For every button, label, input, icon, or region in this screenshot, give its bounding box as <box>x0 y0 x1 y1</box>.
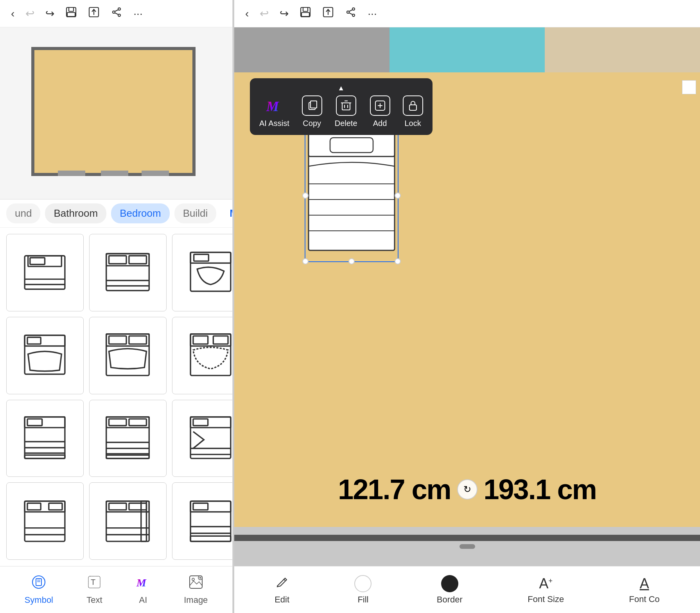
save-button-left[interactable] <box>65 6 77 21</box>
context-delete[interactable]: Delete <box>335 95 357 128</box>
back-button-right[interactable]: ‹ <box>245 7 249 20</box>
prop-font-size[interactable]: A+ Font Size <box>528 575 564 604</box>
svg-text:M: M <box>266 99 280 114</box>
share-button-left[interactable] <box>111 6 122 21</box>
save-button-right[interactable] <box>300 6 311 21</box>
image-label: Image <box>184 595 208 605</box>
height-dimension: 193.1 cm <box>484 473 596 505</box>
category-building[interactable]: Buildi <box>174 203 217 223</box>
ai-assist-label: AI Assist <box>259 119 289 128</box>
svg-rect-23 <box>194 255 209 261</box>
width-dimension: 121.7 cm <box>338 473 451 505</box>
context-arrow: ▲ <box>259 84 423 92</box>
svg-line-170 <box>284 579 285 581</box>
rotate-icon: ↻ <box>463 484 471 495</box>
prop-font-color[interactable]: A Font Co <box>629 575 660 604</box>
lock-label: Lock <box>404 119 421 128</box>
delete-icon <box>336 95 356 116</box>
swatch-cream <box>545 27 700 72</box>
bed-symbol-18[interactable] <box>172 482 233 560</box>
font-size-icon: A+ <box>539 575 553 592</box>
context-add[interactable]: Add <box>370 95 390 128</box>
bed-symbol-6[interactable] <box>6 317 84 394</box>
bed-symbol-1[interactable] <box>6 234 84 311</box>
canvas-left[interactable] <box>0 27 232 200</box>
prop-border[interactable]: Border <box>437 575 463 605</box>
context-copy[interactable]: Copy <box>302 95 322 128</box>
add-label: Add <box>373 119 387 128</box>
toolbar-ai[interactable]: M AI <box>129 572 157 608</box>
handle-bl[interactable] <box>302 258 309 264</box>
bed-symbol-12[interactable] <box>89 400 167 477</box>
context-lock[interactable]: Lock <box>403 95 423 128</box>
bed-symbol-8[interactable] <box>172 317 233 394</box>
room-floor <box>234 72 700 527</box>
prop-fill[interactable]: Fill <box>354 575 372 605</box>
ai-assist-icon: M <box>264 95 284 116</box>
bed-symbol-16[interactable] <box>6 482 84 560</box>
border-label: Border <box>437 595 463 605</box>
bed-symbol-3[interactable] <box>172 234 233 311</box>
svg-rect-40 <box>27 337 41 344</box>
text-label: Text <box>86 595 102 605</box>
export-button-right[interactable] <box>322 6 334 21</box>
toolbar-image[interactable]: Image <box>178 572 214 608</box>
bed-symbol-13[interactable] <box>172 400 233 477</box>
handle-br[interactable] <box>395 258 401 264</box>
category-bathroom[interactable]: Bathroom <box>45 203 106 223</box>
bed-symbol-7[interactable] <box>89 317 167 394</box>
rotate-button[interactable]: ↻ <box>457 479 477 500</box>
font-color-icon: A <box>640 575 649 592</box>
redo-button-right[interactable]: ↪ <box>280 7 289 20</box>
svg-rect-77 <box>193 419 208 426</box>
svg-rect-48 <box>213 336 228 344</box>
category-bar: und Bathroom Bedroom Buildi More <box>0 200 232 228</box>
svg-rect-97 <box>27 503 41 510</box>
category-more[interactable]: More <box>221 203 232 223</box>
context-ai-assist[interactable]: M AI Assist <box>259 95 289 128</box>
edit-icon <box>275 575 289 592</box>
category-ground[interactable]: und <box>6 203 40 223</box>
prop-edit[interactable]: Edit <box>275 575 289 605</box>
back-button[interactable]: ‹ <box>11 7 14 20</box>
symbol-label: Symbol <box>25 595 53 605</box>
room-door-area <box>234 527 700 566</box>
svg-rect-152 <box>311 101 317 108</box>
export-button-left[interactable] <box>88 6 100 21</box>
handle-mr[interactable] <box>395 192 401 199</box>
svg-line-148 <box>349 10 352 11</box>
redo-button-left[interactable]: ↪ <box>45 7 54 20</box>
canvas-right[interactable]: ▲ M <box>234 27 700 566</box>
more-button-right[interactable]: ··· <box>368 7 377 20</box>
svg-rect-129 <box>36 579 41 586</box>
svg-rect-154 <box>342 103 350 110</box>
delete-label: Delete <box>335 119 357 128</box>
category-bedroom[interactable]: Bedroom <box>111 203 170 223</box>
svg-rect-104 <box>129 503 147 510</box>
svg-rect-108 <box>190 501 231 541</box>
bed-symbol-11[interactable] <box>6 400 84 477</box>
undo-button-left[interactable]: ↩ <box>25 7 34 20</box>
svg-rect-113 <box>190 536 231 541</box>
handle-bm[interactable] <box>348 258 355 264</box>
toolbar-symbol[interactable]: Symbol <box>18 572 59 608</box>
corner-handle[interactable] <box>682 80 696 94</box>
undo-button-right[interactable]: ↩ <box>260 7 269 20</box>
selection-border <box>305 129 398 262</box>
share-button-right[interactable] <box>345 6 357 21</box>
svg-rect-110 <box>193 503 208 510</box>
svg-rect-103 <box>109 503 127 510</box>
svg-rect-75 <box>190 417 231 458</box>
bed-symbol-17[interactable] <box>89 482 167 560</box>
toolbar-text[interactable]: T Text <box>80 572 108 608</box>
room-box-left <box>31 47 196 176</box>
bed-symbol-2[interactable] <box>89 234 167 311</box>
svg-rect-70 <box>129 419 147 426</box>
svg-rect-15 <box>106 254 149 291</box>
top-bar-left: ‹ ↩ ↪ ··· <box>0 0 232 27</box>
handle-ml[interactable] <box>302 192 309 199</box>
more-button-left[interactable]: ··· <box>133 7 142 20</box>
bed-object[interactable] <box>305 129 398 262</box>
svg-rect-142 <box>302 13 309 16</box>
door-handle-right <box>459 544 475 549</box>
